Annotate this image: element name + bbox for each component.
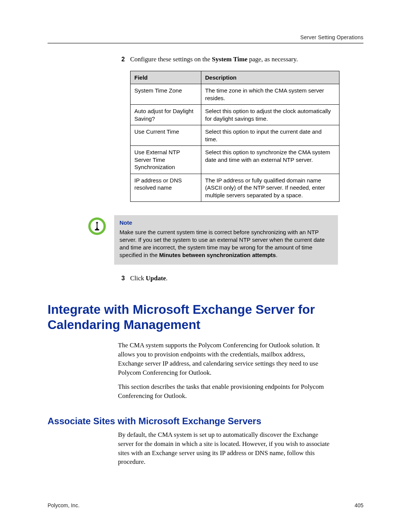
table-row: Use Current Time Select this option to i… (131, 125, 339, 146)
fields-table: Field Description System Time Zone The t… (130, 71, 339, 202)
table-row: Use External NTP Server Time Synchroniza… (131, 146, 339, 174)
cell-field: Use External NTP Server Time Synchroniza… (131, 146, 201, 174)
paragraph: By default, the CMA system is set up to … (118, 430, 331, 466)
page-footer: Polycom, Inc. 405 (48, 502, 363, 508)
step-3-post: . (166, 275, 167, 282)
note-body: Make sure the current system time is cor… (119, 228, 333, 259)
page: Server Setting Operations 2 Configure th… (0, 0, 411, 532)
cell-field: IP address or DNS resolved name (131, 174, 201, 202)
subsection-heading: Associate Sites with Microsoft Exchange … (48, 416, 363, 427)
cell-desc: Select this option to input the current … (201, 125, 339, 146)
step-2-bold: System Time (212, 56, 247, 63)
th-desc: Description (201, 71, 339, 84)
step-number: 2 (118, 55, 125, 64)
subsection-body: By default, the CMA system is set up to … (118, 430, 363, 466)
note: Note Make sure the current system time i… (88, 215, 363, 264)
table-row: IP address or DNS resolved name The IP a… (131, 174, 339, 202)
header-rule (48, 43, 363, 44)
step-2-post: page, as necessary. (247, 56, 298, 63)
table-row: System Time Zone The time zone in which … (131, 84, 339, 105)
note-title: Note (119, 219, 333, 227)
note-icon (88, 217, 107, 236)
step-text: Click Update. (130, 274, 167, 283)
note-box: Note Make sure the current system time i… (114, 215, 338, 264)
footer-left: Polycom, Inc. (48, 502, 80, 508)
th-field: Field (131, 71, 201, 84)
step-3: 3 Click Update. (118, 274, 363, 283)
cell-field: Use Current Time (131, 125, 201, 146)
step-number: 3 (118, 274, 125, 283)
table-header-row: Field Description (131, 71, 339, 84)
cell-desc: Select this option to adjust the clock a… (201, 105, 339, 125)
content-column: 2 Configure these settings on the System… (118, 55, 363, 283)
table-row: Auto adjust for Daylight Saving? Select … (131, 105, 339, 125)
cell-desc: The time zone in which the CMA system se… (201, 84, 339, 105)
step-2-pre: Configure these settings on the (130, 56, 212, 63)
cell-field: Auto adjust for Daylight Saving? (131, 105, 201, 125)
footer-right: 405 (355, 502, 363, 508)
cell-field: System Time Zone (131, 84, 201, 105)
note-body-post: . (276, 252, 277, 258)
cell-desc: The IP address or fully qualified domain… (201, 174, 339, 202)
paragraph: The CMA system supports the Polycom Conf… (118, 341, 331, 377)
section-heading: Integrate with Microsoft Exchange Server… (48, 302, 363, 333)
step-2: 2 Configure these settings on the System… (118, 55, 363, 64)
step-3-pre: Click (130, 275, 146, 282)
running-head: Server Setting Operations (48, 34, 363, 40)
step-3-bold: Update (146, 275, 166, 282)
paragraph: This section describes the tasks that en… (118, 382, 331, 401)
section-body: The CMA system supports the Polycom Conf… (118, 341, 363, 401)
note-body-bold: Minutes between synchronization attempts (159, 252, 276, 258)
cell-desc: Select this option to synchronize the CM… (201, 146, 339, 174)
step-text: Configure these settings on the System T… (130, 55, 298, 64)
